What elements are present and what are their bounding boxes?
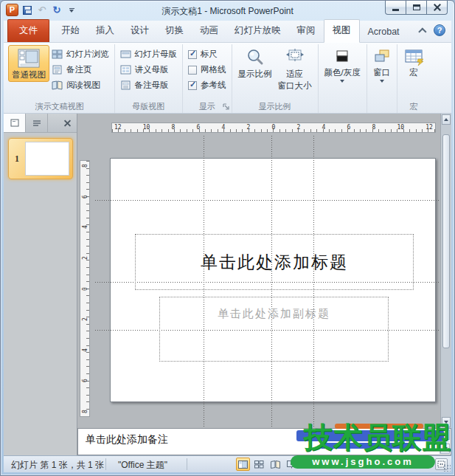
close-panel-button[interactable] (58, 114, 77, 132)
slide-thumbnail-image (25, 142, 69, 176)
slide-canvas[interactable]: 12108642024681012 864202468 (77, 114, 451, 428)
tab-file[interactable]: 文件 (7, 19, 49, 42)
triangle-up-icon (444, 118, 448, 121)
separator (105, 458, 106, 470)
watermark-url-badge: www.jsgho.com (291, 455, 435, 469)
status-slide-sorter-button[interactable] (252, 458, 266, 471)
gridlines-checkbox-row[interactable]: 网格线 (188, 64, 226, 75)
scroll-up-button[interactable] (442, 114, 451, 125)
tab-view[interactable]: 视图 (324, 19, 360, 43)
slide-master-icon (120, 49, 131, 59)
normal-view-icon (238, 461, 248, 469)
group-label-color (322, 100, 364, 113)
normal-view-label: 普通视图 (12, 70, 46, 80)
notes-page-icon (52, 65, 63, 75)
handout-master-icon (120, 65, 131, 75)
slides-tab[interactable] (4, 114, 26, 132)
ruler-checkbox-row[interactable]: 标尺 (188, 49, 226, 60)
color-grayscale-button[interactable]: 颜色/灰度 (322, 45, 364, 84)
tab-slideshow[interactable]: 幻灯片放映 (226, 20, 289, 42)
help-button[interactable]: ? (434, 24, 445, 36)
window-button[interactable]: 窗口 (370, 45, 394, 84)
reading-view-button[interactable]: 阅读视图 (52, 80, 109, 91)
tab-transitions[interactable]: 切换 (157, 20, 192, 42)
reading-view-icon (271, 461, 280, 469)
group-label-zoom: 显示比例 (235, 100, 315, 113)
guides-checkbox[interactable] (188, 81, 197, 90)
normal-view-icon (18, 49, 40, 68)
ruler-label: 标尺 (201, 49, 218, 60)
notes-page-label: 备注页 (66, 64, 92, 75)
macros-button[interactable]: 宏 (400, 45, 427, 79)
tab-home[interactable]: 开始 (53, 20, 88, 42)
resize-grip[interactable] (443, 464, 451, 472)
tab-insert[interactable]: 插入 (88, 20, 122, 42)
zoom-button[interactable]: 显示比例 (235, 45, 275, 80)
fit-to-window-label-1: 适应 (286, 69, 303, 79)
slide-sorter-label: 幻灯片浏览 (66, 49, 109, 60)
tab-design[interactable]: 设计 (122, 20, 157, 42)
slide-indicator[interactable]: 幻灯片 第 1 张，共 1 张 (11, 459, 104, 472)
notes-master-button[interactable]: 备注母版 (120, 80, 178, 91)
macro-table-icon (403, 48, 424, 66)
title-placeholder[interactable]: 单击此处添加标题 (135, 234, 414, 290)
tab-acrobat[interactable]: Acrobat (360, 22, 408, 42)
slide-thumbnail-selected[interactable]: 1 (8, 138, 73, 179)
editor-area: 12108642024681012 864202468 (77, 114, 451, 455)
powerpoint-window: P ↶ ↻ 演示文稿1 - Microsoft PowerPoint 文件 开始… (0, 0, 455, 476)
status-reading-view-button[interactable] (268, 458, 282, 471)
subtitle-placeholder[interactable]: 单击此处添加副标题 (159, 297, 389, 362)
ribbon-tab-bar: 文件 开始 插入 设计 切换 动画 幻灯片放映 审阅 视图 Acrobat ? (4, 21, 451, 43)
close-icon (434, 4, 441, 11)
color-grayscale-icon (334, 48, 350, 66)
handout-master-button[interactable]: 讲义母版 (120, 64, 178, 75)
notes-page-button[interactable]: 备注页 (52, 64, 109, 75)
slides-outline-panel: 1 (4, 114, 77, 455)
magnifier-icon (246, 48, 265, 67)
vertical-ruler[interactable]: 864202468 (80, 160, 90, 417)
notes-master-icon (120, 80, 131, 90)
close-button[interactable] (426, 1, 448, 15)
fit-to-window-label-2: 窗口大小 (278, 81, 312, 91)
ruler-checkbox[interactable] (188, 50, 197, 59)
fit-to-window-icon (284, 48, 306, 67)
slide-sorter-button[interactable]: 幻灯片浏览 (52, 49, 109, 60)
tab-review[interactable]: 审阅 (289, 20, 324, 42)
window-label: 窗口 (373, 68, 390, 77)
maximize-icon (413, 4, 420, 10)
panel-tab-strip (4, 114, 77, 133)
zoom-label: 显示比例 (238, 69, 272, 79)
fit-to-window-button[interactable]: 适应 窗口大小 (275, 45, 315, 92)
chevron-down-icon (380, 80, 384, 83)
group-macros: 宏 宏 (397, 44, 430, 113)
guides-checkbox-row[interactable]: 参考线 (188, 80, 226, 91)
guide-horizontal[interactable] (95, 200, 440, 201)
app-frame: 文件 开始 插入 设计 切换 动画 幻灯片放映 审阅 视图 Acrobat ? (4, 21, 451, 472)
slide-master-button[interactable]: 幻灯片母版 (120, 49, 178, 60)
chevron-down-icon (340, 80, 344, 83)
group-window: 窗口 (367, 44, 397, 113)
slide-sorter-icon (52, 49, 63, 59)
gridlines-checkbox[interactable] (188, 66, 197, 75)
collapse-ribbon-icon[interactable] (418, 27, 426, 35)
theme-indicator[interactable]: "Office 主题" (118, 459, 167, 472)
status-normal-view-button[interactable] (236, 458, 250, 471)
gridlines-label: 网格线 (201, 64, 226, 75)
group-label-presentation-views: 演示文稿视图 (8, 100, 111, 113)
scrollbar-thumb[interactable] (442, 134, 450, 348)
title-bar[interactable]: P ↶ ↻ 演示文稿1 - Microsoft PowerPoint (1, 1, 454, 21)
tab-animations[interactable]: 动画 (192, 20, 226, 42)
vertical-scrollbar[interactable] (440, 114, 451, 428)
normal-view-button[interactable]: 普通视图 (8, 45, 49, 82)
horizontal-ruler[interactable]: 12108642024681012 (111, 123, 436, 133)
group-zoom: 显示比例 适应 窗口大小 显示比例 (232, 44, 319, 113)
separator (187, 458, 187, 470)
dialog-launcher-icon[interactable] (223, 103, 230, 111)
maximize-button[interactable] (406, 1, 427, 15)
reading-view-label: 阅读视图 (66, 80, 100, 91)
reading-view-icon (52, 80, 63, 90)
outline-tab[interactable] (26, 114, 48, 132)
outline-tab-icon (32, 120, 41, 127)
group-label-window (370, 100, 394, 113)
minimize-button[interactable] (385, 1, 406, 15)
